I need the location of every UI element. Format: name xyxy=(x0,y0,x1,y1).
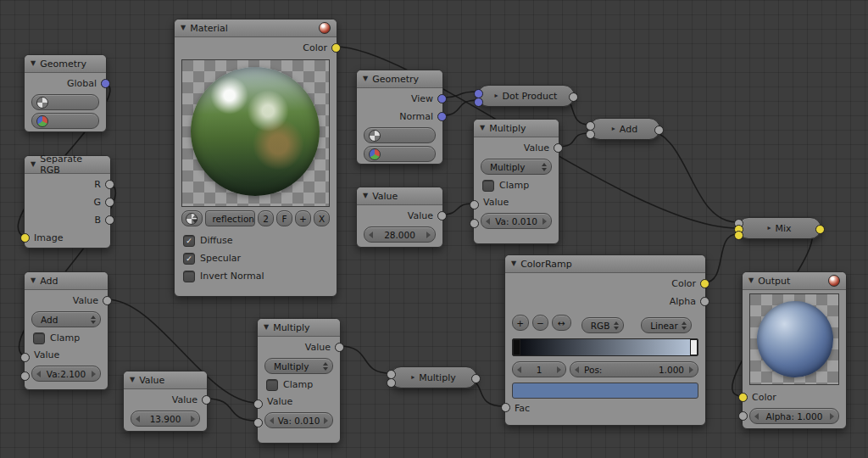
collapse-arrow-icon[interactable]: ▼ xyxy=(31,277,36,284)
node-header[interactable]: ▼ Multiply xyxy=(474,120,559,137)
alpha-number-field[interactable]: Alpha: 1.000 xyxy=(749,408,839,424)
node-material[interactable]: ▼ Material Color reflection 2 F + X ✓ Di… xyxy=(174,19,337,297)
expand-arrow-icon[interactable]: ▸ xyxy=(767,225,771,232)
decrement-arrow-icon[interactable] xyxy=(36,371,41,377)
flip-ramp-button[interactable]: ↔ xyxy=(552,315,571,331)
position-number-field[interactable]: Pos: 1.000 xyxy=(570,361,698,377)
increment-arrow-icon[interactable] xyxy=(830,413,834,420)
add-stop-button[interactable]: + xyxy=(512,315,529,331)
socket-value-output[interactable] xyxy=(654,126,664,135)
increment-arrow-icon[interactable] xyxy=(542,218,547,225)
socket-value2-input[interactable] xyxy=(387,378,396,388)
node-header[interactable]: ▼ Geometry xyxy=(25,55,106,73)
socket-value-output[interactable] xyxy=(569,92,578,102)
node-header[interactable]: ▼ Multiply xyxy=(258,319,340,337)
value-number-field[interactable]: 28.000 xyxy=(364,226,436,243)
socket-value-output[interactable] xyxy=(437,211,447,221)
socket-g-output[interactable] xyxy=(105,198,114,207)
value-number-field[interactable]: 13.900 xyxy=(131,411,200,427)
node-add-mini[interactable]: ▸ Add xyxy=(589,118,660,140)
socket-alpha-output[interactable] xyxy=(700,297,709,306)
node-header[interactable]: ▼ Material xyxy=(175,20,337,37)
socket-view-output[interactable] xyxy=(437,94,447,103)
socket-value-output[interactable] xyxy=(202,395,211,405)
collapse-arrow-icon[interactable]: ▼ xyxy=(31,161,36,168)
increment-arrow-icon[interactable] xyxy=(92,371,96,377)
clamp-checkbox[interactable] xyxy=(482,180,494,192)
increment-arrow-icon[interactable] xyxy=(689,366,693,373)
unlink-texture-button[interactable]: X xyxy=(314,210,330,226)
socket-r-output[interactable] xyxy=(105,180,114,189)
decrement-arrow-icon[interactable] xyxy=(369,232,373,238)
socket-value2-input[interactable] xyxy=(470,219,479,228)
decrement-arrow-icon[interactable] xyxy=(486,218,490,225)
node-output[interactable]: ▼ Output Color Alpha: 1.000 xyxy=(742,271,847,429)
expand-arrow-icon[interactable]: ▸ xyxy=(612,126,615,132)
decrement-arrow-icon[interactable] xyxy=(575,366,579,373)
collapse-arrow-icon[interactable]: ▼ xyxy=(511,260,516,267)
socket-normal-output[interactable] xyxy=(437,112,447,121)
node-mix[interactable]: ▸ Mix xyxy=(737,217,821,239)
socket-value2-input[interactable] xyxy=(20,371,30,381)
socket-b-output[interactable] xyxy=(105,215,114,225)
decrement-arrow-icon[interactable] xyxy=(754,413,759,420)
node-header[interactable]: ▼ Value xyxy=(357,187,442,205)
node-multiply-mini[interactable]: ▸ Multiply xyxy=(390,366,477,388)
socket-color-output[interactable] xyxy=(700,279,709,288)
increment-arrow-icon[interactable] xyxy=(426,232,431,238)
node-header[interactable]: ▼ Output xyxy=(743,272,846,290)
socket-value-output[interactable] xyxy=(471,374,481,383)
node-multiply-top[interactable]: ▼ Multiply Value Multiply Clamp Value Va… xyxy=(473,119,559,244)
collapse-arrow-icon[interactable]: ▼ xyxy=(363,75,368,82)
vertex-color-field[interactable] xyxy=(31,113,99,129)
diffuse-checkbox[interactable]: ✓ xyxy=(183,235,195,247)
decrement-arrow-icon[interactable] xyxy=(517,366,521,373)
color-mode-dropdown[interactable]: RGB xyxy=(581,317,624,333)
value2-number-field[interactable]: Va: 0.010 xyxy=(264,412,333,428)
node-value-28000[interactable]: ▼ Value Value 28.000 xyxy=(356,187,443,248)
operation-dropdown[interactable]: Multiply xyxy=(481,159,552,175)
fake-user-button[interactable]: F xyxy=(276,210,292,226)
node-separate-rgb[interactable]: ▼ Separate RGB R G B Image xyxy=(24,155,111,249)
operation-dropdown[interactable]: Multiply xyxy=(264,358,333,374)
users-count-button[interactable]: 2 xyxy=(258,210,274,226)
socket-color-output[interactable] xyxy=(815,225,825,234)
node-header[interactable]: ▼ Add xyxy=(25,272,108,290)
stop-index-stepper[interactable]: 1 xyxy=(512,361,566,377)
node-header[interactable]: ▼ Value xyxy=(124,371,207,389)
socket-vector2-input[interactable] xyxy=(474,98,483,107)
socket-value1-input[interactable] xyxy=(253,399,263,409)
node-header[interactable]: ▼ ColorRamp xyxy=(505,255,705,273)
socket-value2-input[interactable] xyxy=(586,130,595,139)
node-geometry-mid[interactable]: ▼ Geometry View Normal xyxy=(356,70,443,165)
socket-color-output[interactable] xyxy=(331,43,341,53)
socket-value2-input[interactable] xyxy=(253,418,263,427)
clamp-checkbox[interactable] xyxy=(266,379,278,391)
collapse-arrow-icon[interactable]: ▼ xyxy=(181,25,186,31)
socket-color2-input[interactable] xyxy=(734,231,743,240)
increment-arrow-icon[interactable] xyxy=(557,366,561,373)
socket-value-output[interactable] xyxy=(554,143,563,153)
increment-arrow-icon[interactable] xyxy=(324,417,328,424)
decrement-arrow-icon[interactable] xyxy=(270,417,274,424)
stop-color-swatch[interactable] xyxy=(512,383,698,399)
socket-global-output[interactable] xyxy=(101,79,110,88)
collapse-arrow-icon[interactable]: ▼ xyxy=(130,377,135,383)
interpolation-dropdown[interactable]: Linear xyxy=(641,317,692,333)
socket-fac-input[interactable] xyxy=(501,403,510,412)
node-add-math[interactable]: ▼ Add Value Add Clamp Value Va:2.100 xyxy=(24,271,108,390)
uv-layer-field[interactable] xyxy=(364,127,436,143)
decrement-arrow-icon[interactable] xyxy=(136,416,140,422)
delete-stop-button[interactable]: − xyxy=(532,315,549,331)
clamp-checkbox[interactable] xyxy=(33,332,45,344)
socket-image-input[interactable] xyxy=(20,233,30,243)
texture-name-field[interactable]: reflection xyxy=(205,210,255,226)
collapse-arrow-icon[interactable]: ▼ xyxy=(748,277,754,284)
node-header[interactable]: ▼ Separate RGB xyxy=(25,156,110,174)
value2-number-field[interactable]: Va:2.100 xyxy=(31,366,101,382)
socket-value-output[interactable] xyxy=(335,343,344,352)
collapse-arrow-icon[interactable]: ▼ xyxy=(480,125,485,131)
node-value-13900[interactable]: ▼ Value Value 13.900 xyxy=(123,371,208,432)
node-dot-product[interactable]: ▸ Dot Product xyxy=(477,85,575,107)
vertex-color-field[interactable] xyxy=(364,146,436,162)
